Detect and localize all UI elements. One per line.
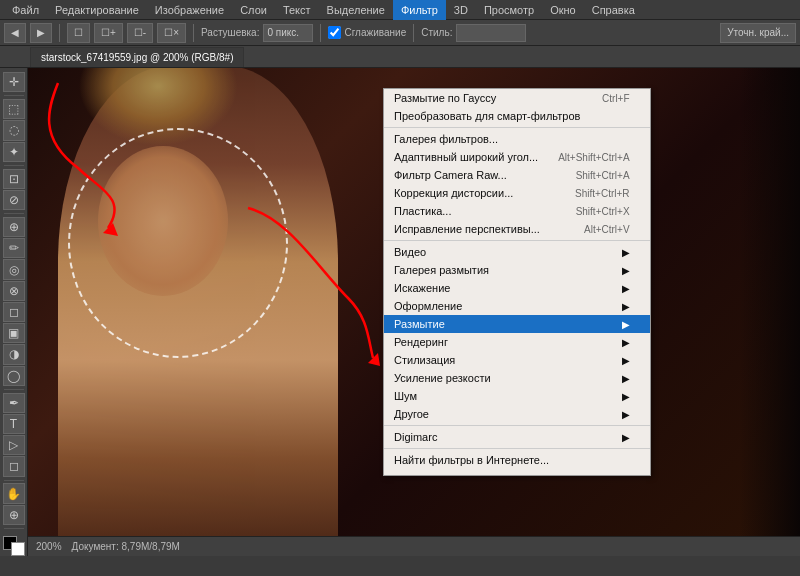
add-sel-button[interactable]: ☐+ <box>94 23 123 43</box>
filter-menu-design[interactable]: Оформление ▶ <box>384 297 650 315</box>
dropdown-container: Размытие по Гауссу Ctrl+F Преобразовать … <box>28 88 800 476</box>
style-label: Стиль: <box>421 27 452 38</box>
menu-select[interactable]: Выделение <box>319 0 393 20</box>
filter-design-arrow: ▶ <box>622 301 630 312</box>
filter-dropdown-menu: Размытие по Гауссу Ctrl+F Преобразовать … <box>383 88 651 476</box>
filter-menu-perspective[interactable]: Исправление перспективы... Alt+Ctrl+V <box>384 220 650 238</box>
options-toolbar: ◀ ▶ ☐ ☐+ ☐- ☐× Растушевка: Сглаживание С… <box>0 20 800 46</box>
main-area: ✛ ⬚ ◌ ✦ ⊡ ⊘ ⊕ ✏ ◎ ⊗ ◻ ▣ ◑ ◯ ✒ T ▷ ◻ ✋ ⊕ <box>0 68 800 556</box>
refine-edge-button[interactable]: Уточн. край... <box>720 23 796 43</box>
history-tool[interactable]: ⊗ <box>3 281 25 301</box>
filter-sharpen-arrow: ▶ <box>622 373 630 384</box>
filter-perspective-shortcut: Alt+Ctrl+V <box>584 224 630 235</box>
smooth-checkbox[interactable] <box>328 26 341 39</box>
filter-gaussian-top-shortcut: Ctrl+F <box>602 93 630 104</box>
filter-render-label: Рендеринг <box>394 336 448 348</box>
forward-button[interactable]: ▶ <box>30 23 52 43</box>
canvas-area: Размытие по Гауссу Ctrl+F Преобразовать … <box>28 68 800 556</box>
filter-menu-adaptive[interactable]: Адаптивный широкий угол... Alt+Shift+Ctr… <box>384 148 650 166</box>
menu-view[interactable]: Просмотр <box>476 0 542 20</box>
filter-menu-gaussian-top[interactable]: Размытие по Гауссу Ctrl+F <box>384 89 650 107</box>
lasso-tool[interactable]: ◌ <box>3 120 25 140</box>
toolbar-separator-1 <box>59 24 60 42</box>
menu-edit[interactable]: Редактирование <box>47 0 147 20</box>
eraser-tool[interactable]: ◻ <box>3 302 25 322</box>
eyedropper-tool[interactable]: ⊘ <box>3 190 25 210</box>
menu-image[interactable]: Изображение <box>147 0 232 20</box>
filter-lens-label: Коррекция дисторсии... <box>394 187 513 199</box>
menu-file[interactable]: Файл <box>4 0 47 20</box>
menu-filter[interactable]: Фильтр <box>393 0 446 20</box>
filter-menu-other[interactable]: Другое ▶ <box>384 405 650 423</box>
filter-menu-video[interactable]: Видео ▶ <box>384 243 650 261</box>
filter-video-label: Видео <box>394 246 426 258</box>
blur-tool[interactable]: ◑ <box>3 344 25 364</box>
rasterize-input[interactable] <box>263 24 313 42</box>
filter-menu-lens-correction[interactable]: Коррекция дисторсии... Shift+Ctrl+R <box>384 184 650 202</box>
filter-other-arrow: ▶ <box>622 409 630 420</box>
dodge-tool[interactable]: ◯ <box>3 366 25 386</box>
filter-camera-shortcut: Shift+Ctrl+A <box>576 170 630 181</box>
menu-3d[interactable]: 3D <box>446 0 476 20</box>
path-select-tool[interactable]: ▷ <box>3 435 25 455</box>
menu-help[interactable]: Справка <box>584 0 643 20</box>
filter-menu-blur[interactable]: Размытие ▶ <box>384 315 650 333</box>
filter-menu-find[interactable]: Найти фильтры в Интернете... <box>384 451 650 469</box>
filter-menu-camera-raw[interactable]: Фильтр Camera Raw... Shift+Ctrl+A <box>384 166 650 184</box>
new-sel-button[interactable]: ☐ <box>67 23 90 43</box>
filter-adaptive-shortcut: Alt+Shift+Ctrl+A <box>558 152 629 163</box>
brush-tool[interactable]: ✏ <box>3 238 25 258</box>
select-rect-tool[interactable]: ⬚ <box>3 99 25 119</box>
filter-design-label: Оформление <box>394 300 462 312</box>
tool-panel: ✛ ⬚ ◌ ✦ ⊡ ⊘ ⊕ ✏ ◎ ⊗ ◻ ▣ ◑ ◯ ✒ T ▷ ◻ ✋ ⊕ <box>0 68 28 556</box>
filter-distort-arrow: ▶ <box>622 283 630 294</box>
background-color[interactable] <box>11 542 25 556</box>
filter-digimarc-label: Digimarc <box>394 431 437 443</box>
filter-menu-render[interactable]: Рендеринг ▶ <box>384 333 650 351</box>
gradient-tool[interactable]: ▣ <box>3 323 25 343</box>
filter-gaussian-top-label: Размытие по Гауссу <box>394 92 496 104</box>
menu-layer[interactable]: Слои <box>232 0 275 20</box>
filter-sep-2 <box>384 240 650 241</box>
crop-tool[interactable]: ⊡ <box>3 169 25 189</box>
filter-menu-sharpen[interactable]: Усиление резкости ▶ <box>384 369 650 387</box>
filter-video-arrow: ▶ <box>622 247 630 258</box>
filter-menu-convert-smart[interactable]: Преобразовать для смарт-фильтров <box>384 107 650 125</box>
clone-tool[interactable]: ◎ <box>3 259 25 279</box>
filter-digimarc-arrow: ▶ <box>622 432 630 443</box>
back-button[interactable]: ◀ <box>4 23 26 43</box>
filter-menu-stylize[interactable]: Стилизация ▶ <box>384 351 650 369</box>
filter-sep-3 <box>384 425 650 426</box>
filter-sharpen-label: Усиление резкости <box>394 372 491 384</box>
hand-tool[interactable]: ✋ <box>3 483 25 503</box>
filter-stylize-arrow: ▶ <box>622 355 630 366</box>
filter-menu-noise[interactable]: Шум ▶ <box>384 387 650 405</box>
move-tool[interactable]: ✛ <box>3 72 25 92</box>
filter-menu-blur-gallery[interactable]: Галерея размытия ▶ <box>384 261 650 279</box>
style-input[interactable] <box>456 24 526 42</box>
filter-lens-shortcut: Shift+Ctrl+R <box>575 188 629 199</box>
magic-wand-tool[interactable]: ✦ <box>3 142 25 162</box>
filter-menu-distort[interactable]: Искажение ▶ <box>384 279 650 297</box>
tool-separator-1 <box>4 95 24 96</box>
zoom-tool[interactable]: ⊕ <box>3 505 25 525</box>
color-swatch[interactable] <box>3 536 25 556</box>
smooth-label: Сглаживание <box>344 27 406 38</box>
shape-tool[interactable]: ◻ <box>3 456 25 476</box>
tool-separator-5 <box>4 480 24 481</box>
int-sel-button[interactable]: ☐× <box>157 23 186 43</box>
filter-adaptive-label: Адаптивный широкий угол... <box>394 151 538 163</box>
tool-separator-4 <box>4 389 24 390</box>
toolbar-separator-4 <box>413 24 414 42</box>
tool-separator-3 <box>4 213 24 214</box>
type-tool[interactable]: T <box>3 414 25 434</box>
filter-menu-liquefy[interactable]: Пластика... Shift+Ctrl+X <box>384 202 650 220</box>
menu-text[interactable]: Текст <box>275 0 319 20</box>
document-tab[interactable]: starstock_67419559.jpg @ 200% (RGB/8#) <box>30 47 244 67</box>
pen-tool[interactable]: ✒ <box>3 393 25 413</box>
filter-menu-gallery[interactable]: Галерея фильтров... <box>384 130 650 148</box>
menu-window[interactable]: Окно <box>542 0 584 20</box>
sub-sel-button[interactable]: ☐- <box>127 23 153 43</box>
filter-menu-digimarc[interactable]: Digimarc ▶ <box>384 428 650 446</box>
heal-tool[interactable]: ⊕ <box>3 217 25 237</box>
